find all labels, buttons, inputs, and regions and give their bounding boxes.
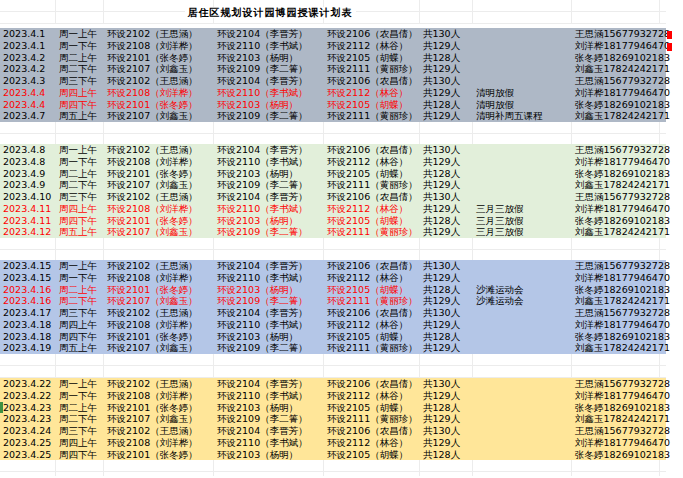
cell-session[interactable]: 周二上午 bbox=[59, 168, 107, 180]
empty-cell[interactable] bbox=[0, 238, 56, 249]
cell-contact[interactable]: 刘洋桦18177946470 bbox=[575, 40, 663, 52]
cell-session[interactable]: 周三下午 bbox=[59, 307, 107, 319]
cell-class1[interactable]: 环设2101（张冬婷） bbox=[107, 284, 217, 296]
cell-class1[interactable]: 环设2107（刘鑫玉） bbox=[107, 110, 217, 122]
cell-count[interactable]: 共129人 bbox=[423, 437, 476, 449]
cell-class2[interactable]: 环设2103（杨明） bbox=[217, 99, 327, 111]
empty-cell[interactable] bbox=[420, 354, 473, 365]
cell-contact[interactable]: 王思涵15677932728 bbox=[575, 191, 663, 203]
empty-cell[interactable] bbox=[104, 250, 214, 260]
cell-note[interactable] bbox=[476, 28, 575, 40]
cell-note[interactable] bbox=[476, 319, 575, 331]
cell-class2[interactable]: 环设2109（李二箐） bbox=[217, 179, 327, 191]
cell-session[interactable]: 周一下午 bbox=[59, 272, 107, 284]
cell-count[interactable]: 共129人 bbox=[423, 203, 476, 215]
cell-count[interactable]: 共130人 bbox=[423, 191, 476, 203]
cell-contact[interactable]: 刘洋桦18177946470 bbox=[575, 203, 663, 215]
empty-cell[interactable] bbox=[572, 238, 660, 249]
cell-date[interactable]: 2023.4.8 bbox=[0, 156, 59, 168]
empty-cell[interactable] bbox=[56, 460, 104, 471]
cell-note[interactable]: 沙滩运动会 bbox=[476, 295, 575, 307]
cell-note[interactable] bbox=[476, 437, 575, 449]
cell-note[interactable] bbox=[476, 179, 575, 191]
cell-class3[interactable]: 环设2111（黄丽珍） bbox=[327, 295, 423, 307]
cell-count[interactable]: 共128人 bbox=[423, 402, 476, 414]
empty-cell[interactable] bbox=[214, 366, 324, 377]
cell-class2[interactable]: 环设2110（李书斌） bbox=[217, 272, 327, 284]
cell-date[interactable]: 2023.4.24 bbox=[0, 425, 59, 437]
cell-date[interactable]: 2023.4.12 bbox=[0, 226, 59, 238]
cell-date[interactable]: 2023.4.2 bbox=[0, 52, 59, 64]
cell-date[interactable]: 2023.4.18 bbox=[0, 319, 59, 331]
cell-class2[interactable]: 环设2109（李二箐） bbox=[217, 226, 327, 238]
cell-contact[interactable]: 王思涵15677932728 bbox=[575, 28, 663, 40]
empty-cell[interactable] bbox=[324, 354, 420, 365]
empty-cell[interactable] bbox=[56, 472, 104, 476]
empty-cell[interactable] bbox=[56, 238, 104, 249]
cell-session[interactable]: 周一下午 bbox=[59, 390, 107, 402]
cell-class1[interactable]: 环设2101（张冬婷） bbox=[107, 331, 217, 343]
cell-class2[interactable]: 环设2109（李二箐） bbox=[217, 342, 327, 354]
cell-note[interactable] bbox=[476, 342, 575, 354]
cell-session[interactable]: 周二下午 bbox=[59, 179, 107, 191]
cell-class3[interactable]: 环设2105（胡蝶） bbox=[327, 99, 423, 111]
cell-note[interactable] bbox=[476, 425, 575, 437]
cell-class3[interactable]: 环设2112（林谷） bbox=[327, 40, 423, 52]
cell-date[interactable]: 2023.4.25 bbox=[0, 437, 59, 449]
cell-class3[interactable]: 环设2105（胡蝶） bbox=[327, 449, 423, 461]
empty-cell[interactable] bbox=[473, 238, 572, 249]
empty-cell[interactable] bbox=[0, 460, 56, 471]
cell-class2[interactable]: 环设2104（李晋芳） bbox=[217, 75, 327, 87]
cell-count[interactable]: 共130人 bbox=[423, 75, 476, 87]
empty-cell[interactable] bbox=[420, 134, 473, 144]
cell-date[interactable]: 2023.4.15 bbox=[0, 272, 59, 284]
cell-contact[interactable]: 张冬婷18269102183 bbox=[575, 215, 663, 227]
cell-class1[interactable]: 环设2101（张冬婷） bbox=[107, 449, 217, 461]
cell-class1[interactable]: 环设2102（王思涵） bbox=[107, 378, 217, 390]
cell-class2[interactable]: 环设2109（李二箐） bbox=[217, 63, 327, 75]
cell-class2[interactable]: 环设2104（李晋芳） bbox=[217, 425, 327, 437]
cell-contact[interactable]: 王思涵15677932728 bbox=[575, 144, 663, 156]
cell-class2[interactable]: 环设2103（杨明） bbox=[217, 168, 327, 180]
cell-class3[interactable]: 环设2105（胡蝶） bbox=[327, 402, 423, 414]
cell-class1[interactable]: 环设2102（王思涵） bbox=[107, 28, 217, 40]
cell-contact[interactable]: 张冬婷18269102183 bbox=[575, 449, 663, 461]
cell-class2[interactable]: 环设2104（李晋芳） bbox=[217, 260, 327, 272]
cell-session[interactable]: 周四上午 bbox=[59, 319, 107, 331]
cell-contact[interactable]: 刘洋桦18177946470 bbox=[575, 390, 663, 402]
cell-contact[interactable]: 张冬婷18269102183 bbox=[575, 52, 663, 64]
empty-cell[interactable] bbox=[572, 134, 660, 144]
empty-cell[interactable] bbox=[420, 472, 473, 476]
cell-class1[interactable]: 环设2107（刘鑫玉） bbox=[107, 295, 217, 307]
cell-class1[interactable]: 环设2108（刘洋桦） bbox=[107, 272, 217, 284]
cell-class1[interactable]: 环设2102（王思涵） bbox=[107, 425, 217, 437]
cell-contact[interactable]: 张冬婷18269102183 bbox=[575, 284, 663, 296]
cell-count[interactable]: 共129人 bbox=[423, 226, 476, 238]
empty-cell[interactable] bbox=[420, 122, 473, 133]
cell-date[interactable]: 2023.4.16 bbox=[0, 295, 59, 307]
cell-note[interactable] bbox=[476, 402, 575, 414]
cell-date[interactable]: 2023.4.16 bbox=[0, 284, 59, 296]
cell-contact[interactable]: 王思涵15677932728 bbox=[575, 378, 663, 390]
cell-class1[interactable]: 环设2107（刘鑫玉） bbox=[107, 63, 217, 75]
cell-date[interactable]: 2023.4.23 bbox=[0, 413, 59, 425]
cell-date[interactable]: 2023.4.22 bbox=[0, 390, 59, 402]
cell-class2[interactable]: 环设2104（李晋芳） bbox=[217, 144, 327, 156]
cell-class3[interactable]: 环设2111（黄丽珍） bbox=[327, 110, 423, 122]
cell-session[interactable]: 周一下午 bbox=[59, 40, 107, 52]
cell-session[interactable]: 周四下午 bbox=[59, 449, 107, 461]
cell-note[interactable]: 清明放假 bbox=[476, 87, 575, 99]
cell-date[interactable]: 2023.4.23 bbox=[0, 402, 59, 414]
cell-session[interactable]: 周三下午 bbox=[59, 75, 107, 87]
cell-note[interactable]: 三月三放假 bbox=[476, 203, 575, 215]
cell-count[interactable]: 共128人 bbox=[423, 215, 476, 227]
cell-class2[interactable]: 环设2104（李晋芳） bbox=[217, 378, 327, 390]
cell-count[interactable]: 共128人 bbox=[423, 168, 476, 180]
cell-contact[interactable]: 王思涵15677932728 bbox=[575, 75, 663, 87]
empty-cell[interactable] bbox=[572, 366, 660, 377]
cell-class3[interactable]: 环设2112（林谷） bbox=[327, 156, 423, 168]
cell-note[interactable] bbox=[476, 272, 575, 284]
cell-note[interactable] bbox=[476, 156, 575, 168]
cell-class2[interactable]: 环设2110（李书斌） bbox=[217, 40, 327, 52]
cell-count[interactable]: 共129人 bbox=[423, 40, 476, 52]
